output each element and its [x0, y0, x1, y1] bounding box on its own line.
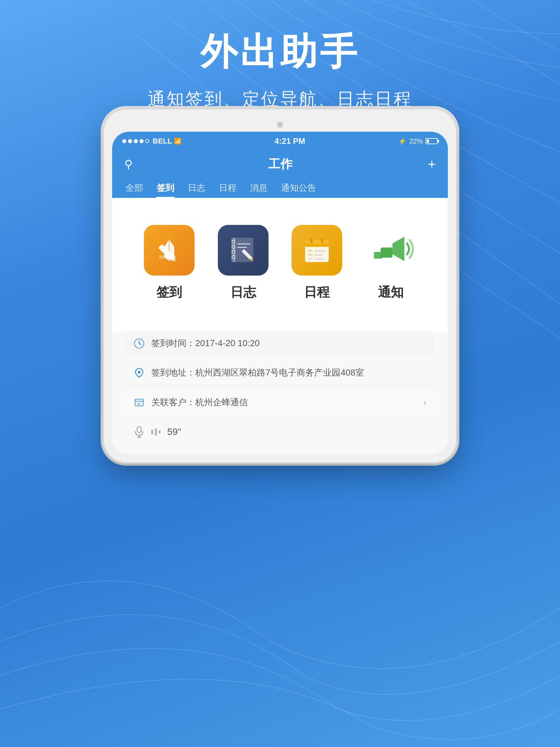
svg-rect-35	[135, 399, 143, 406]
checkin-label: 签到	[156, 284, 182, 301]
notice-icon-bg	[365, 225, 416, 276]
svg-point-12	[232, 251, 235, 253]
svg-rect-20	[305, 243, 329, 247]
svg-rect-26	[314, 254, 323, 256]
sub-title: 通知签到、定位导航、日志日程	[0, 87, 560, 111]
checkin-address-text: 签到地址：杭州西湖区翠柏路7号电子商务产业园408室	[151, 367, 426, 379]
status-time: 4:21 PM	[275, 136, 305, 146]
svg-point-10	[232, 240, 235, 243]
notice-icon	[367, 230, 414, 271]
status-left: BELL 📶	[122, 137, 181, 146]
location-icon	[134, 367, 145, 378]
tablet-screen: BELL 📶 4:21 PM ⚡ 22% ⚲ 工作 +	[112, 132, 448, 454]
svg-rect-15	[237, 247, 247, 248]
signal-dot-5	[145, 139, 149, 143]
journal-label: 日志	[230, 284, 256, 301]
app-grid: 签到	[112, 211, 448, 311]
svg-rect-24	[314, 250, 325, 252]
journal-icon-bg	[218, 225, 269, 276]
app-item-schedule[interactable]: 日程	[291, 225, 342, 301]
audio-row: 59"	[126, 420, 434, 444]
svg-point-34	[138, 371, 141, 374]
svg-line-33	[139, 343, 141, 345]
checkin-time-text: 签到时间：2017-4-20 10:20	[151, 337, 426, 349]
battery-percent: 22%	[409, 137, 423, 145]
schedule-icon	[302, 235, 332, 265]
status-right: ⚡ 22%	[398, 137, 438, 145]
bluetooth-icon: ⚡	[398, 137, 407, 145]
clock-icon	[134, 338, 145, 349]
svg-rect-22	[321, 238, 324, 243]
signal-dot-4	[139, 139, 144, 143]
svg-rect-28	[314, 258, 325, 260]
svg-rect-30	[381, 248, 392, 258]
audio-waves	[151, 428, 160, 436]
carrier-label: BELL	[153, 137, 172, 146]
search-icon[interactable]: ⚲	[124, 157, 133, 171]
arrow-icon: ›	[423, 397, 426, 408]
app-item-journal[interactable]: 日志	[218, 225, 269, 301]
header-section: 外出助手 通知签到、定位导航、日志日程	[0, 27, 560, 111]
battery-icon	[426, 138, 438, 144]
wifi-icon: 📶	[174, 137, 181, 145]
device-wrapper: BELL 📶 4:21 PM ⚡ 22% ⚲ 工作 +	[77, 108, 483, 464]
nav-bar: ⚲ 工作 +	[112, 151, 448, 178]
signal-dot-2	[128, 139, 132, 143]
main-title: 外出助手	[0, 27, 560, 77]
notice-label: 通知	[378, 284, 404, 301]
signal-dot-1	[122, 139, 126, 143]
audio-time: 59"	[167, 427, 181, 437]
bottom-peek-panel: 签到时间：2017-4-20 10:20 签到地址：杭州西湖区翠柏路7号电子商务…	[112, 331, 448, 454]
pencil-icon	[156, 237, 183, 264]
tab-journal[interactable]: 日志	[181, 179, 212, 198]
checkin-customer-row[interactable]: 关联客户：杭州企蜂通信 ›	[126, 390, 434, 414]
svg-point-13	[232, 256, 235, 258]
svg-rect-27	[308, 258, 312, 260]
svg-rect-21	[310, 238, 313, 243]
signal-dot-3	[134, 139, 138, 143]
customer-text: 关联客户：杭州企蜂通信	[151, 396, 416, 408]
tab-schedule[interactable]: 日程	[212, 179, 243, 198]
checkin-address-row: 签到地址：杭州西湖区翠柏路7号电子商务产业园408室	[126, 361, 434, 385]
nav-title: 工作	[268, 156, 292, 173]
tab-notice[interactable]: 通知公告	[274, 179, 323, 198]
signal-dots	[122, 139, 149, 143]
status-bar: BELL 📶 4:21 PM ⚡ 22%	[112, 132, 448, 151]
svg-rect-39	[137, 427, 141, 433]
app-item-notice[interactable]: 通知	[365, 225, 416, 301]
checkin-icon-bg	[144, 225, 195, 276]
svg-point-11	[232, 246, 235, 248]
tab-message[interactable]: 消息	[243, 179, 274, 198]
journal-icon	[228, 235, 258, 265]
camera-dot	[277, 122, 283, 128]
app-item-checkin[interactable]: 签到	[144, 225, 195, 301]
customer-icon	[134, 397, 145, 408]
app-grid-section: 签到	[112, 198, 448, 331]
checkin-time-row: 签到时间：2017-4-20 10:20	[126, 331, 434, 355]
microphone-icon	[134, 426, 145, 438]
tab-all[interactable]: 全部	[119, 179, 150, 198]
add-button[interactable]: +	[428, 157, 436, 172]
tablet-frame: BELL 📶 4:21 PM ⚡ 22% ⚲ 工作 +	[103, 108, 457, 464]
tab-bar: 全部 签到 日志 日程 消息 通知公告	[112, 178, 448, 198]
svg-rect-14	[237, 243, 250, 244]
schedule-label: 日程	[304, 284, 330, 301]
schedule-icon-bg	[291, 225, 342, 276]
tab-checkin[interactable]: 签到	[150, 179, 181, 198]
battery-fill	[427, 139, 429, 143]
